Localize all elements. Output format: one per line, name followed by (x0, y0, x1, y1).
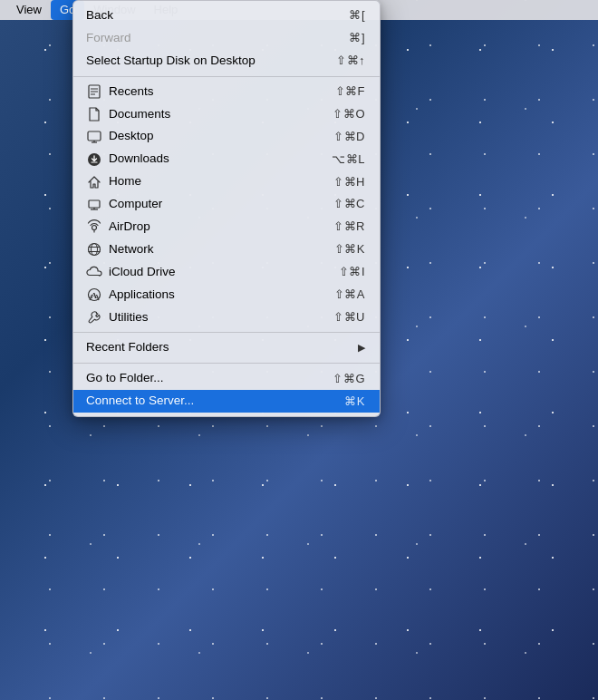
svg-point-15 (92, 244, 98, 256)
desktop-icon (86, 129, 102, 145)
documents-icon (86, 106, 102, 122)
utilities-icon (86, 309, 102, 326)
menu-item-recents[interactable]: Recents ⇧⌘F (73, 81, 380, 103)
separator-3 (73, 363, 380, 364)
menu-item-airdrop[interactable]: AirDrop ⇧⌘R (73, 216, 380, 238)
downloads-icon (86, 151, 102, 168)
network-icon (86, 241, 102, 258)
menu-item-documents[interactable]: Documents ⇧⌘O (73, 103, 380, 126)
menu-item-computer[interactable]: Computer ⇧⌘C (73, 193, 380, 216)
menu-item-network[interactable]: Network ⇧⌘K (73, 238, 380, 261)
applications-icon: A (86, 287, 102, 303)
menu-item-downloads[interactable]: Downloads ⌥⌘L (73, 148, 380, 170)
separator-1 (73, 76, 380, 77)
go-menu: Back ⌘[ Forward ⌘] Select Startup Disk o… (72, 0, 381, 417)
airdrop-icon (86, 219, 102, 235)
menu-item-icloud[interactable]: iCloud Drive ⇧⌘I (73, 261, 380, 284)
home-icon (86, 174, 102, 190)
recents-icon (86, 83, 102, 100)
go-menu-dropdown: Back ⌘[ Forward ⌘] Select Startup Disk o… (72, 0, 381, 417)
menu-item-home[interactable]: Home ⇧⌘H (73, 170, 380, 193)
menu-bar-item-view[interactable]: View (7, 0, 51, 20)
menu-item-applications[interactable]: A Applications ⇧⌘A (73, 284, 380, 306)
menu-item-startup-disk[interactable]: Select Startup Disk on Desktop ⇧⌘↑ (73, 50, 380, 73)
menu-item-goto-folder[interactable]: Go to Folder... ⇧⌘G (73, 367, 380, 390)
icloud-icon (86, 264, 102, 280)
menu-item-connect-server[interactable]: Connect to Server... ⌘K (73, 390, 380, 413)
svg-rect-9 (89, 200, 100, 208)
separator-2 (73, 332, 380, 333)
svg-rect-4 (88, 131, 101, 141)
menu-item-forward[interactable]: Forward ⌘] (73, 27, 380, 50)
svg-point-14 (89, 244, 101, 256)
menu-item-utilities[interactable]: Utilities ⇧⌘U (73, 306, 380, 329)
svg-point-12 (92, 226, 97, 230)
menu-item-back[interactable]: Back ⌘[ (73, 5, 380, 27)
computer-icon (86, 197, 102, 213)
menu-item-desktop[interactable]: Desktop ⇧⌘D (73, 125, 380, 148)
menu-item-recent-folders[interactable]: Recent Folders ▶ (73, 336, 380, 359)
